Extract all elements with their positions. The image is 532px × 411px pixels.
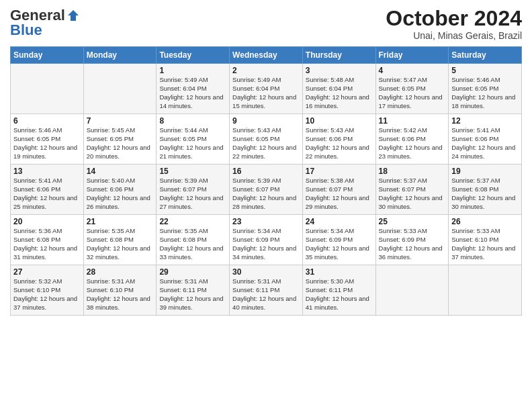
title-section: October 2024 Unai, Minas Gerais, Brazil xyxy=(386,7,522,41)
logo: General Blue xyxy=(10,7,80,39)
calendar-cell: 18Sunrise: 5:37 AMSunset: 6:07 PMDayligh… xyxy=(375,165,449,215)
day-number: 5 xyxy=(451,66,519,75)
calendar-cell: 8Sunrise: 5:44 AMSunset: 6:05 PMDaylight… xyxy=(157,114,230,165)
calendar-cell: 24Sunrise: 5:34 AMSunset: 6:09 PMDayligh… xyxy=(302,215,375,265)
day-info: Sunrise: 5:45 AMSunset: 6:05 PMDaylight:… xyxy=(87,126,154,161)
calendar-cell xyxy=(83,64,157,114)
day-info: Sunrise: 5:31 AMSunset: 6:11 PMDaylight:… xyxy=(159,277,226,312)
header-monday: Monday xyxy=(83,47,157,64)
day-info: Sunrise: 5:37 AMSunset: 6:08 PMDaylight:… xyxy=(451,177,519,211)
calendar-cell: 2Sunrise: 5:49 AMSunset: 6:04 PMDaylight… xyxy=(230,64,303,114)
day-number: 15 xyxy=(159,167,226,176)
day-info: Sunrise: 5:30 AMSunset: 6:11 PMDaylight:… xyxy=(306,277,373,312)
calendar-cell: 3Sunrise: 5:48 AMSunset: 6:04 PMDaylight… xyxy=(302,64,375,114)
calendar-cell: 13Sunrise: 5:41 AMSunset: 6:06 PMDayligh… xyxy=(11,165,84,215)
svg-marker-0 xyxy=(68,10,79,21)
day-number: 14 xyxy=(87,167,154,176)
day-number: 30 xyxy=(232,267,300,277)
day-info: Sunrise: 5:31 AMSunset: 6:10 PMDaylight:… xyxy=(87,277,154,312)
month-title: October 2024 xyxy=(386,7,522,30)
day-number: 23 xyxy=(232,217,300,226)
calendar-cell: 5Sunrise: 5:46 AMSunset: 6:05 PMDaylight… xyxy=(449,64,522,114)
day-number: 26 xyxy=(451,217,519,226)
page-container: General Blue October 2024 Unai, Minas Ge… xyxy=(0,0,532,322)
calendar-cell: 28Sunrise: 5:31 AMSunset: 6:10 PMDayligh… xyxy=(83,265,157,316)
day-number: 27 xyxy=(13,267,81,277)
day-number: 24 xyxy=(306,217,373,226)
day-info: Sunrise: 5:48 AMSunset: 6:04 PMDaylight:… xyxy=(306,76,373,110)
calendar-cell: 31Sunrise: 5:30 AMSunset: 6:11 PMDayligh… xyxy=(302,265,375,316)
day-number: 1 xyxy=(159,66,226,75)
day-info: Sunrise: 5:46 AMSunset: 6:05 PMDaylight:… xyxy=(451,76,519,110)
calendar-cell: 9Sunrise: 5:43 AMSunset: 6:05 PMDaylight… xyxy=(230,114,303,165)
calendar-cell: 30Sunrise: 5:31 AMSunset: 6:11 PMDayligh… xyxy=(230,265,303,316)
location: Unai, Minas Gerais, Brazil xyxy=(386,30,522,41)
day-number: 28 xyxy=(87,267,154,277)
day-info: Sunrise: 5:49 AMSunset: 6:04 PMDaylight:… xyxy=(159,76,226,110)
day-number: 11 xyxy=(379,116,446,126)
day-info: Sunrise: 5:36 AMSunset: 6:08 PMDaylight:… xyxy=(13,227,81,261)
day-info: Sunrise: 5:31 AMSunset: 6:11 PMDaylight:… xyxy=(232,277,300,312)
calendar-cell: 27Sunrise: 5:32 AMSunset: 6:10 PMDayligh… xyxy=(11,265,84,316)
week-row-2: 6Sunrise: 5:46 AMSunset: 6:05 PMDaylight… xyxy=(11,114,522,165)
header: General Blue October 2024 Unai, Minas Ge… xyxy=(10,7,522,41)
calendar-cell: 19Sunrise: 5:37 AMSunset: 6:08 PMDayligh… xyxy=(449,165,522,215)
day-info: Sunrise: 5:35 AMSunset: 6:08 PMDaylight:… xyxy=(87,227,154,261)
day-number: 25 xyxy=(379,217,446,226)
week-row-4: 20Sunrise: 5:36 AMSunset: 6:08 PMDayligh… xyxy=(11,215,522,265)
day-info: Sunrise: 5:39 AMSunset: 6:07 PMDaylight:… xyxy=(159,177,226,211)
day-info: Sunrise: 5:47 AMSunset: 6:05 PMDaylight:… xyxy=(379,76,446,110)
calendar-cell: 23Sunrise: 5:34 AMSunset: 6:09 PMDayligh… xyxy=(230,215,303,265)
day-number: 6 xyxy=(13,116,81,126)
calendar-table: Sunday Monday Tuesday Wednesday Thursday… xyxy=(10,46,522,316)
calendar-cell: 1Sunrise: 5:49 AMSunset: 6:04 PMDaylight… xyxy=(157,64,230,114)
calendar-cell: 4Sunrise: 5:47 AMSunset: 6:05 PMDaylight… xyxy=(375,64,449,114)
day-info: Sunrise: 5:39 AMSunset: 6:07 PMDaylight:… xyxy=(232,177,300,211)
day-number: 22 xyxy=(159,217,226,226)
header-thursday: Thursday xyxy=(302,47,375,64)
day-number: 20 xyxy=(13,217,81,226)
header-friday: Friday xyxy=(375,47,449,64)
calendar-cell: 17Sunrise: 5:38 AMSunset: 6:07 PMDayligh… xyxy=(302,165,375,215)
calendar-cell: 22Sunrise: 5:35 AMSunset: 6:08 PMDayligh… xyxy=(157,215,230,265)
day-info: Sunrise: 5:34 AMSunset: 6:09 PMDaylight:… xyxy=(232,227,300,261)
day-number: 19 xyxy=(451,167,519,176)
header-saturday: Saturday xyxy=(449,47,522,64)
weekday-header-row: Sunday Monday Tuesday Wednesday Thursday… xyxy=(11,47,522,64)
calendar-cell: 6Sunrise: 5:46 AMSunset: 6:05 PMDaylight… xyxy=(11,114,84,165)
calendar-cell: 26Sunrise: 5:33 AMSunset: 6:10 PMDayligh… xyxy=(449,215,522,265)
day-number: 2 xyxy=(232,66,300,75)
header-wednesday: Wednesday xyxy=(230,47,303,64)
day-number: 7 xyxy=(87,116,154,126)
calendar-cell xyxy=(375,265,449,316)
day-info: Sunrise: 5:33 AMSunset: 6:10 PMDaylight:… xyxy=(451,227,519,261)
header-sunday: Sunday xyxy=(11,47,84,64)
calendar-cell: 25Sunrise: 5:33 AMSunset: 6:09 PMDayligh… xyxy=(375,215,449,265)
calendar-cell: 21Sunrise: 5:35 AMSunset: 6:08 PMDayligh… xyxy=(83,215,157,265)
day-number: 9 xyxy=(232,116,300,126)
day-info: Sunrise: 5:35 AMSunset: 6:08 PMDaylight:… xyxy=(159,227,226,261)
day-info: Sunrise: 5:43 AMSunset: 6:05 PMDaylight:… xyxy=(232,126,300,161)
calendar-cell: 7Sunrise: 5:45 AMSunset: 6:05 PMDaylight… xyxy=(83,114,157,165)
week-row-3: 13Sunrise: 5:41 AMSunset: 6:06 PMDayligh… xyxy=(11,165,522,215)
calendar-cell: 11Sunrise: 5:42 AMSunset: 6:06 PMDayligh… xyxy=(375,114,449,165)
day-number: 16 xyxy=(232,167,300,176)
day-info: Sunrise: 5:37 AMSunset: 6:07 PMDaylight:… xyxy=(379,177,446,211)
day-info: Sunrise: 5:41 AMSunset: 6:06 PMDaylight:… xyxy=(451,126,519,161)
logo-blue-text: Blue xyxy=(10,21,42,39)
calendar-cell: 29Sunrise: 5:31 AMSunset: 6:11 PMDayligh… xyxy=(157,265,230,316)
calendar-cell xyxy=(11,64,84,114)
day-number: 18 xyxy=(379,167,446,176)
calendar-cell: 15Sunrise: 5:39 AMSunset: 6:07 PMDayligh… xyxy=(157,165,230,215)
day-info: Sunrise: 5:41 AMSunset: 6:06 PMDaylight:… xyxy=(13,177,81,211)
day-number: 13 xyxy=(13,167,81,176)
day-number: 10 xyxy=(306,116,373,126)
day-info: Sunrise: 5:46 AMSunset: 6:05 PMDaylight:… xyxy=(13,126,81,161)
day-info: Sunrise: 5:44 AMSunset: 6:05 PMDaylight:… xyxy=(159,126,226,161)
day-info: Sunrise: 5:40 AMSunset: 6:06 PMDaylight:… xyxy=(87,177,154,211)
week-row-1: 1Sunrise: 5:49 AMSunset: 6:04 PMDaylight… xyxy=(11,64,522,114)
day-info: Sunrise: 5:38 AMSunset: 6:07 PMDaylight:… xyxy=(306,177,373,211)
day-info: Sunrise: 5:43 AMSunset: 6:06 PMDaylight:… xyxy=(306,126,373,161)
day-info: Sunrise: 5:33 AMSunset: 6:09 PMDaylight:… xyxy=(379,227,446,261)
calendar-cell: 20Sunrise: 5:36 AMSunset: 6:08 PMDayligh… xyxy=(11,215,84,265)
